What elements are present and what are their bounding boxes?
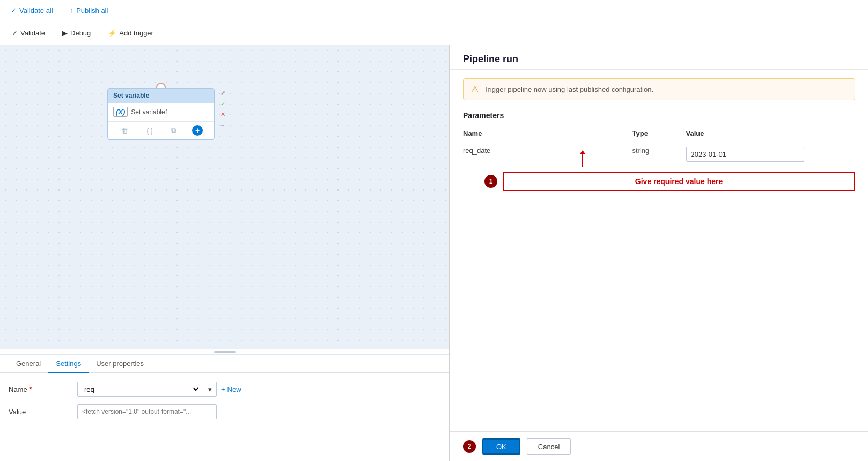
pipeline-node[interactable]: Set variable (X) Set variable1 🗑 { } ⧉ +: [107, 88, 215, 140]
name-form-row: Name * req ▾ + New: [9, 382, 440, 397]
new-button[interactable]: + New: [221, 385, 241, 393]
type-col-header: Type: [632, 129, 686, 137]
tab-general[interactable]: General: [9, 355, 48, 373]
copy-node-button[interactable]: ⧉: [169, 125, 178, 136]
annotation-arrow-container: [580, 150, 585, 167]
debug-button[interactable]: ▶ Debug: [59, 27, 94, 39]
param-value-wrapper: [686, 147, 856, 162]
canvas-viewport[interactable]: Set variable (X) Set variable1 🗑 { } ⧉ +: [0, 45, 449, 349]
right-panel: Pipeline run ⚠ Trigger pipeline now usin…: [450, 45, 868, 461]
params-table: Name Type Value req_date string: [463, 126, 855, 167]
value-input[interactable]: [77, 404, 217, 419]
node-body: (X) Set variable1: [108, 103, 214, 121]
params-section: Parameters Name Type Value req_date stri…: [463, 111, 855, 191]
tab-user-properties[interactable]: User properties: [89, 355, 151, 373]
bottom-panel-tabs: General Settings User properties: [0, 355, 449, 373]
name-col-header: Name: [463, 129, 632, 137]
validate-button[interactable]: ✓ Validate: [9, 27, 48, 39]
fail-icon: ✕: [218, 109, 227, 119]
variable-icon: (X): [113, 107, 128, 117]
node-side-icons: ⤢ ✓ ✕ →: [218, 88, 227, 130]
param-row: req_date string: [463, 141, 855, 167]
annotation-area: 1 Give required value here: [463, 172, 855, 191]
param-name: req_date: [463, 147, 632, 155]
bottom-panel: General Settings User properties Name * …: [0, 354, 449, 461]
annotation-box: Give required value here: [503, 172, 855, 191]
resize-handle[interactable]: [0, 349, 449, 354]
validate-all-button[interactable]: ✓ Validate all: [6, 4, 57, 17]
success-icon: ✓: [218, 99, 227, 108]
name-label: Name *: [9, 385, 73, 393]
bottom-panel-content: Name * req ▾ + New: [0, 373, 449, 435]
pipeline-run-title: Pipeline run: [450, 45, 868, 70]
node-box: Set variable (X) Set variable1 🗑 { } ⧉ +: [107, 88, 215, 140]
param-value-input[interactable]: [686, 147, 804, 162]
next-icon: →: [218, 120, 227, 130]
add-trigger-button[interactable]: ⚡ Add trigger: [105, 27, 157, 39]
expand-icon: ⤢: [218, 88, 227, 98]
validate-icon: ✓: [11, 6, 17, 14]
node-actions: 🗑 { } ⧉ +: [108, 121, 214, 139]
right-panel-body: ⚠ Trigger pipeline now using last publis…: [450, 70, 868, 431]
value-form-row: Value: [9, 404, 440, 419]
annotation-badge-2: 2: [463, 440, 476, 453]
top-bar: ✓ Validate all ↑ Publish all: [0, 0, 868, 21]
right-panel-footer: 2 OK Cancel: [450, 431, 868, 461]
required-marker: *: [27, 385, 32, 393]
name-input-wrapper[interactable]: req ▾: [77, 382, 217, 397]
delete-node-button[interactable]: 🗑: [119, 126, 130, 136]
value-col-header: Value: [686, 129, 856, 137]
tab-settings[interactable]: Settings: [48, 355, 89, 373]
main-layout: Set variable (X) Set variable1 🗑 { } ⧉ +: [0, 45, 868, 461]
param-type: string: [632, 147, 686, 155]
add-node-button[interactable]: +: [192, 125, 203, 136]
publish-all-button[interactable]: ↑ Publish all: [66, 4, 113, 17]
dropdown-icon: ▾: [208, 385, 212, 393]
params-title: Parameters: [463, 111, 855, 120]
warning-banner: ⚠ Trigger pipeline now using last publis…: [463, 78, 855, 100]
code-node-button[interactable]: { }: [144, 126, 155, 136]
arrow-head: [580, 150, 585, 154]
annotation-callout: 1 Give required value here: [484, 172, 855, 191]
name-select[interactable]: req: [82, 382, 200, 396]
trigger-icon: ⚡: [108, 29, 116, 37]
arrow-shaft: [582, 154, 583, 167]
resize-bar: [214, 351, 236, 353]
value-label: Value: [9, 408, 73, 416]
cancel-button[interactable]: Cancel: [527, 438, 571, 455]
params-header: Name Type Value: [463, 126, 855, 141]
plus-icon: +: [221, 385, 225, 393]
warning-icon: ⚠: [471, 84, 479, 94]
annotation-badge-1: 1: [484, 175, 497, 188]
publish-icon: ↑: [70, 6, 74, 14]
play-icon: ▶: [62, 29, 68, 37]
node-header: Set variable: [108, 89, 214, 103]
canvas-area: Set variable (X) Set variable1 🗑 { } ⧉ +: [0, 45, 450, 461]
toolbar: ✓ Validate ▶ Debug ⚡ Add trigger: [0, 21, 868, 45]
ok-button[interactable]: OK: [482, 438, 520, 455]
check-icon: ✓: [12, 29, 18, 37]
